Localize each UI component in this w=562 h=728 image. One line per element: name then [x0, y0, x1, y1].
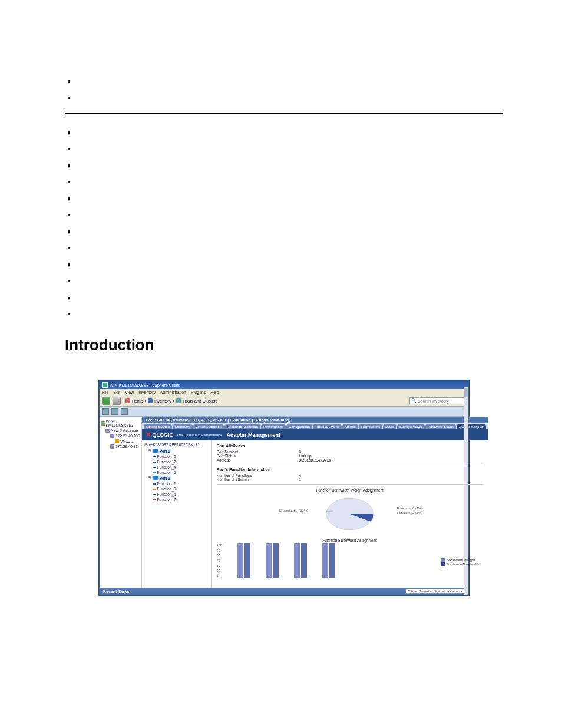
attr-row: Number of Functions4 — [217, 473, 483, 477]
tab-permissions[interactable]: Permissions — [359, 424, 383, 429]
tab-tasks-events[interactable]: Tasks & Events — [313, 424, 342, 429]
nav-forward-button[interactable] — [113, 397, 121, 405]
tab-alarms[interactable]: Alarms — [342, 424, 358, 429]
inventory-tree[interactable]: WIN-KML1MLSXBE3 New Datacenter 172.29.40… — [100, 417, 142, 588]
server-icon — [101, 421, 105, 426]
section-title: Port's Function Information — [217, 467, 483, 472]
menu-help[interactable]: Help — [210, 390, 219, 394]
adapter-function[interactable]: Function_0 — [144, 454, 209, 459]
mid-bullet-list: . . . . . . . . . . . . — [77, 128, 503, 318]
vsphere-screenshot: WIN-KML1MLSXBE3 - vSphere Client File Ed… — [99, 380, 469, 595]
menu-plugins[interactable]: Plug-ins — [191, 390, 206, 394]
adapter-tree[interactable]: ⊟ eeKJ89582:APE1002CBX121 ⊟ 🟦Port 0 Func… — [142, 440, 212, 588]
bar-legend: Bandwidth Weight Maximum Bandwidth — [441, 558, 480, 566]
adapter-function[interactable]: Function_6 — [144, 470, 209, 475]
attr-row: Address00:0E:1E:04:8A:20 — [217, 458, 483, 462]
legend-swatch-icon — [441, 562, 445, 566]
qlogic-logo: ✕ QLOGIC — [146, 431, 174, 439]
tab-getting-started[interactable]: Getting Started — [144, 424, 172, 429]
tabs-row: Getting Started Summary Virtual Machines… — [142, 423, 488, 429]
nic-icon — [153, 462, 156, 463]
adapter-function[interactable]: Function_4 — [144, 465, 209, 470]
tab-storage-views[interactable]: Storage Views — [397, 424, 425, 429]
menu-view[interactable]: View — [125, 390, 134, 394]
tree-host[interactable]: 172.29.40.100 — [101, 433, 140, 439]
bar-chart-title: Function Bandwidth Assignment — [217, 538, 483, 542]
adapter-root[interactable]: ⊟ eeKJ89582:APE1002CBX121 — [144, 442, 209, 448]
tab-performance[interactable]: Performance — [261, 424, 286, 429]
attr-row: Port StatusLink up — [217, 454, 483, 458]
menu-file[interactable]: File — [102, 390, 108, 394]
toolbar-button[interactable] — [121, 408, 128, 415]
section-title: Port Attributes — [217, 444, 483, 448]
adapter-function[interactable]: Function_3 — [144, 486, 209, 492]
menu-inventory[interactable]: Inventory — [138, 390, 156, 394]
menu-edit[interactable]: Edit — [113, 390, 120, 394]
bar-y-axis: 100 90 80 70 60 50 40 — [217, 543, 223, 578]
bc-hosts[interactable]: Hosts and Clusters — [183, 399, 217, 403]
nic-icon — [153, 499, 156, 500]
brand-tagline: The Ultimate in Performance — [177, 433, 222, 437]
brand-bar: ✕ QLOGIC The Ultimate in Performance Ada… — [142, 429, 488, 440]
tab-resource-allocation[interactable]: Resource Allocation — [224, 424, 260, 429]
pie-label-functions: Function_0 (1%) Function_2 (1%) — [397, 506, 423, 516]
heading-introduction: Introduction — [65, 336, 503, 354]
adapter-function[interactable]: Function_1 — [144, 481, 209, 486]
nic-icon — [153, 494, 156, 495]
pane-title: Adapter Management — [226, 432, 280, 438]
tree-root[interactable]: WIN-KML1MLSXBE3 — [101, 419, 140, 428]
bullet: . — [77, 309, 503, 318]
bullet: . — [77, 194, 503, 203]
details-pane: Port Attributes Port Number0 Port Status… — [212, 440, 488, 588]
bullet: . — [77, 128, 503, 137]
host-icon — [110, 434, 114, 438]
bc-home[interactable]: Home — [132, 399, 143, 403]
adapter-function[interactable]: Function_2 — [144, 459, 209, 465]
tab-summary[interactable]: Summary — [173, 424, 193, 429]
datacenter-icon — [105, 429, 110, 433]
port-icon: 🟦 — [153, 449, 158, 453]
bullet: . — [77, 293, 503, 302]
bullet: . — [77, 161, 503, 170]
app-icon — [102, 382, 108, 388]
search-placeholder: Search Inventory — [418, 399, 449, 403]
divider — [217, 465, 483, 465]
tab-qlogic-adapter[interactable]: QLogic Adapter — [457, 424, 485, 429]
tab-virtual-machines[interactable]: Virtual Machines — [193, 424, 224, 429]
breadcrumb[interactable]: Home › Inventory › Hosts and Clusters — [125, 398, 217, 403]
menu-bar[interactable]: File Edit View Inventory Administration … — [100, 389, 468, 396]
search-icon: 🔍 — [411, 398, 416, 403]
tasks-filter-input[interactable]: Name, Target or Status contains: × — [405, 589, 465, 594]
tab-maps[interactable]: Maps — [383, 424, 396, 429]
adapter-port[interactable]: ⊟ 🟦Port 0 — [144, 448, 209, 454]
tab-configuration[interactable]: Configuration — [286, 424, 312, 429]
bar-group — [263, 543, 281, 578]
menu-administration[interactable]: Administration — [160, 390, 186, 394]
adapter-port[interactable]: ⊟ 🟦Port 1 — [144, 475, 209, 481]
toolbar-button[interactable] — [111, 408, 118, 415]
bar-group — [292, 543, 309, 578]
attr-row: Number of eSwitch1 — [217, 477, 483, 482]
nic-icon — [153, 467, 156, 468]
tree-host[interactable]: 172.29.40.83 — [101, 444, 140, 449]
home-icon[interactable] — [125, 398, 130, 403]
port-icon: 🟦 — [153, 476, 158, 480]
adapter-function[interactable]: Function_5 — [144, 492, 209, 497]
nav-back-button[interactable] — [102, 397, 110, 405]
nic-icon — [153, 456, 156, 457]
bc-inventory[interactable]: Inventory — [154, 399, 171, 403]
logo-mark-icon: ✕ — [146, 431, 151, 439]
toolbar-button[interactable] — [102, 408, 109, 415]
top-bullet-list: . . — [77, 77, 503, 102]
pie-chart-title: Function Bandwidth Weight Assignment — [217, 488, 483, 492]
host-icon — [110, 444, 114, 449]
right-pane: 172.29.40.130 VMware ESXi, 4.1.0, 227411… — [142, 417, 488, 588]
tree-vm[interactable]: VM10-1 — [101, 439, 140, 444]
tab-hardware-status[interactable]: Hardware Status — [425, 424, 457, 429]
window-title-bar: WIN-KML1MLSXBE3 - vSphere Client — [100, 381, 468, 389]
clear-icon[interactable]: × — [460, 589, 462, 593]
recent-tasks-bar: Recent Tasks Name, Target or Status cont… — [100, 588, 468, 595]
search-input[interactable]: 🔍 Search Inventory — [409, 397, 466, 404]
tree-datacenter[interactable]: New Datacenter — [101, 428, 140, 433]
adapter-function[interactable]: Function_7 — [144, 497, 209, 502]
